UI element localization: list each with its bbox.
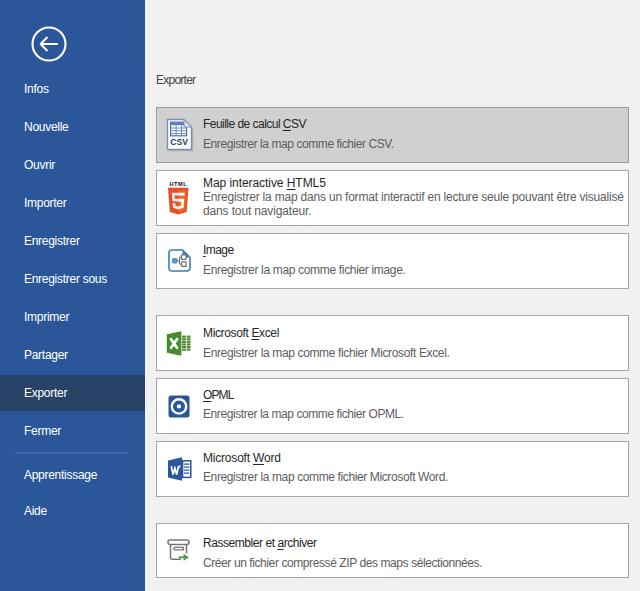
- svg-text:HTML: HTML: [170, 181, 188, 187]
- svg-text:CSV: CSV: [170, 137, 188, 147]
